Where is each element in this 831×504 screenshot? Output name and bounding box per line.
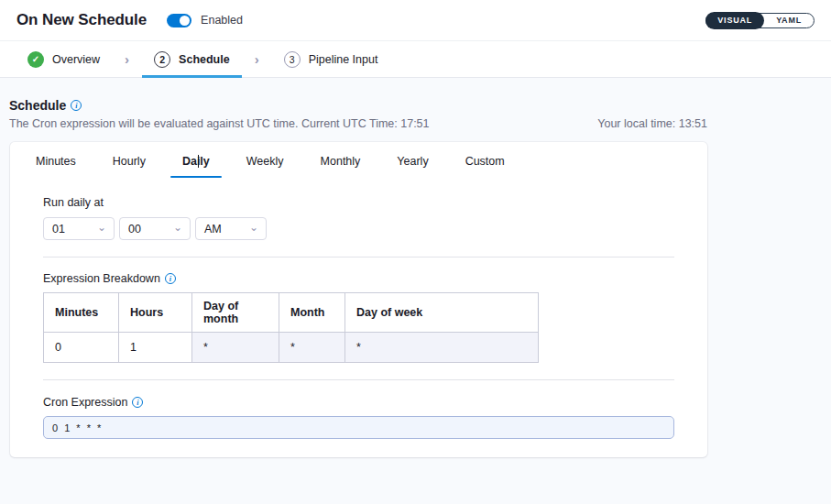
info-icon[interactable]: i [165, 273, 176, 284]
cron-expression-input[interactable]: 0 1 * * * [43, 416, 674, 439]
table-header-row: Minutes Hours Day of month Month Day of … [44, 293, 539, 333]
chevron-down-icon: ⌄ [173, 222, 182, 233]
cron-expression-label: Cron Expression [43, 396, 127, 409]
divider [43, 379, 674, 380]
top-bar: On New Schedule Enabled VISUAL YAML ✓ Ov… [0, 0, 831, 78]
step-pipeline-input[interactable]: 3 Pipeline Input [272, 41, 390, 77]
step-number-badge: 3 [284, 51, 301, 68]
tab-hourly[interactable]: Hourly [113, 155, 146, 178]
utc-time-note: The Cron expression will be evaluated ag… [9, 117, 430, 130]
time-selects-row: 01 ⌄ 00 ⌄ AM ⌄ [43, 217, 674, 240]
col-day-of-month: Day of month [192, 293, 279, 333]
page-title: On New Schedule [16, 11, 147, 29]
step-schedule[interactable]: 2 Schedule [142, 41, 242, 77]
ampm-select-value: AM [204, 223, 222, 236]
toggle-knob [180, 16, 190, 26]
visual-tab[interactable]: VISUAL [705, 12, 764, 29]
hour-select-value: 01 [52, 223, 65, 236]
table-value-row: 0 1 * * * [44, 333, 539, 363]
visual-yaml-switcher: VISUAL YAML [705, 13, 815, 28]
yaml-tab[interactable]: YAML [764, 16, 814, 25]
step-schedule-label: Schedule [179, 53, 230, 66]
tab-custom[interactable]: Custom [465, 155, 505, 178]
title-row: On New Schedule Enabled VISUAL YAML [0, 0, 831, 41]
minute-select[interactable]: 00 ⌄ [119, 217, 191, 240]
enabled-toggle-label: Enabled [201, 14, 243, 27]
chevron-down-icon: ⌄ [97, 222, 106, 233]
step-overview-label: Overview [52, 53, 100, 66]
chevron-right-icon: › [255, 51, 259, 67]
col-minutes: Minutes [44, 293, 119, 333]
tab-yearly[interactable]: Yearly [397, 155, 428, 178]
cell-hours: 1 [119, 333, 192, 363]
text-cursor [198, 155, 200, 168]
wizard-stepper: ✓ Overview › 2 Schedule › 3 Pipeline Inp… [0, 41, 831, 78]
run-daily-at-label: Run daily at [43, 196, 674, 209]
tab-daily[interactable]: Daily [182, 155, 210, 178]
chevron-down-icon: ⌄ [249, 222, 258, 233]
cell-day-of-month: * [192, 333, 279, 363]
cell-minutes: 0 [44, 333, 119, 363]
ampm-select[interactable]: AM ⌄ [195, 217, 267, 240]
local-time-note: Your local time: 13:51 [597, 117, 707, 130]
tab-weekly[interactable]: Weekly [246, 155, 284, 178]
step-overview[interactable]: ✓ Overview [27, 41, 112, 77]
tab-daily-label: Daily [182, 155, 210, 168]
expression-breakdown-label: Expression Breakdown [43, 272, 160, 285]
expression-breakdown-table: Minutes Hours Day of month Month Day of … [43, 292, 539, 363]
step-pipeline-input-label: Pipeline Input [309, 53, 378, 66]
cell-month: * [279, 333, 345, 363]
info-icon[interactable]: i [71, 100, 82, 111]
tab-minutes[interactable]: Minutes [36, 155, 76, 178]
divider [43, 257, 674, 257]
hour-select[interactable]: 01 ⌄ [43, 217, 115, 240]
schedule-heading: Schedule [9, 98, 66, 113]
chevron-right-icon: › [125, 51, 129, 67]
schedule-section-header: Schedule i The Cron expression will be e… [9, 98, 707, 130]
minute-select-value: 00 [128, 223, 141, 236]
info-icon[interactable]: i [132, 397, 143, 408]
tab-monthly[interactable]: Monthly [321, 155, 361, 178]
col-month: Month [279, 293, 345, 333]
check-icon: ✓ [27, 51, 44, 68]
enabled-toggle[interactable] [167, 14, 191, 27]
col-day-of-week: Day of week [345, 293, 539, 333]
schedule-card: Minutes Hourly Daily Weekly Monthly Year… [10, 142, 707, 457]
col-hours: Hours [119, 293, 192, 333]
frequency-tabs: Minutes Hourly Daily Weekly Monthly Year… [10, 142, 707, 178]
step-number-badge: 2 [154, 51, 170, 68]
cell-day-of-week: * [345, 333, 539, 363]
